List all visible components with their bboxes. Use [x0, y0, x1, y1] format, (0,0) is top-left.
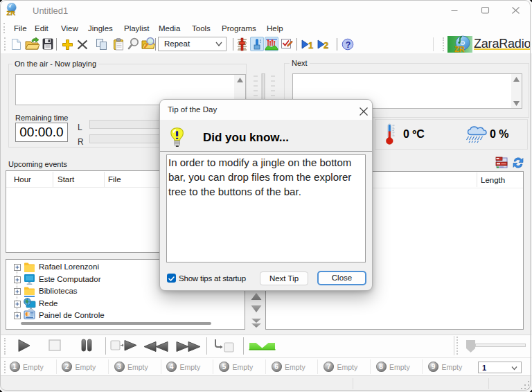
svg-text:2: 2: [323, 40, 328, 50]
svg-text:ZR: ZR: [454, 45, 465, 53]
svg-text:?: ?: [346, 40, 351, 50]
svg-text:1: 1: [308, 40, 313, 50]
svg-text:ZR: ZR: [6, 9, 15, 17]
